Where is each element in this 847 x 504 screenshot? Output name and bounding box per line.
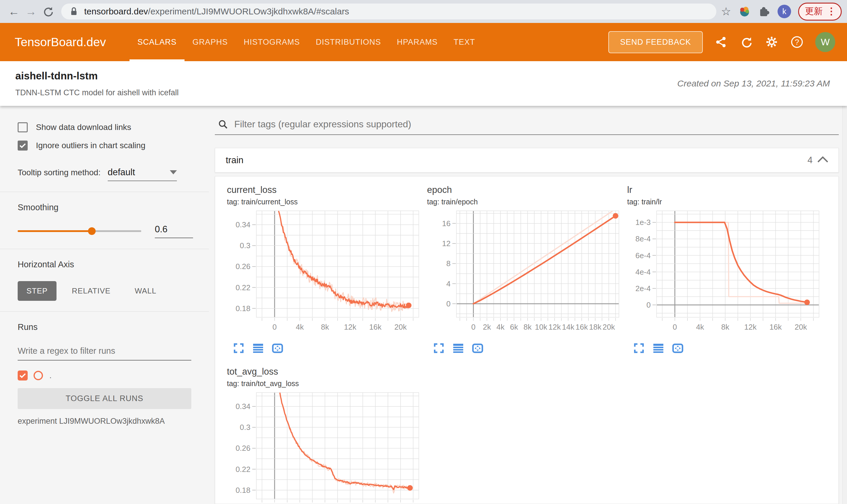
svg-text:10k: 10k: [535, 323, 548, 331]
svg-text:4e-4: 4e-4: [635, 267, 651, 276]
fullscreen-icon[interactable]: [633, 342, 645, 355]
axis-option-step[interactable]: STEP: [18, 281, 56, 301]
url-text: tensorboard.dev/experiment/LJI9MWUORLOw3…: [84, 6, 349, 16]
svg-text:0: 0: [273, 323, 277, 331]
tab-graphs[interactable]: GRAPHS: [185, 23, 236, 61]
runs-filter-input[interactable]: [18, 344, 191, 360]
run-name: .: [49, 371, 52, 380]
nav-tabs: SCALARSGRAPHSHISTOGRAMSDISTRIBUTIONSHPAR…: [129, 23, 608, 61]
svg-text:0.18: 0.18: [236, 485, 250, 494]
smoothing-value[interactable]: 0.6: [155, 224, 193, 238]
chart-title: lr: [627, 185, 822, 195]
svg-text:0.34: 0.34: [236, 402, 250, 411]
tensorboard-header: TensorBoard.dev SCALARSGRAPHSHISTOGRAMSD…: [0, 23, 847, 61]
train-section-name: train: [226, 155, 243, 165]
tab-text[interactable]: TEXT: [446, 23, 483, 61]
smoothing-slider[interactable]: [18, 230, 141, 232]
fit-to-screen-icon[interactable]: [471, 342, 484, 355]
data-table-icon[interactable]: [252, 342, 264, 355]
browser-menu-icon[interactable]: ⋮: [827, 5, 836, 17]
forward-icon[interactable]: →: [22, 3, 39, 20]
tooltip-sorting-label: Tooltip sorting method:: [18, 168, 101, 177]
svg-text:12k: 12k: [549, 323, 561, 331]
chart-plot-lr[interactable]: 04k8k12k16k20k1e-38e-46e-44e-42e-40: [627, 208, 822, 339]
chart-plot-current_loss[interactable]: 04k8k12k16k20k0.340.30.260.220.18: [227, 208, 421, 339]
train-section-header[interactable]: train 4: [215, 148, 839, 173]
svg-text:0.26: 0.26: [236, 262, 250, 271]
svg-text:4k: 4k: [296, 323, 304, 331]
svg-text:16k: 16k: [576, 323, 588, 331]
axis-option-relative[interactable]: RELATIVE: [63, 281, 120, 301]
fit-to-screen-icon[interactable]: [271, 342, 284, 355]
charts-grid: current_losstag: train/current_loss04k8k…: [227, 185, 833, 504]
svg-text:0: 0: [471, 323, 475, 331]
run-checkbox[interactable]: [18, 371, 28, 380]
ignore-outliers-checkbox[interactable]: [18, 141, 28, 150]
svg-text:0.22: 0.22: [236, 283, 250, 292]
svg-text:8: 8: [447, 259, 451, 268]
tab-histograms[interactable]: HISTOGRAMS: [236, 23, 308, 61]
train-section-count: 4: [808, 155, 813, 165]
svg-text:0: 0: [673, 323, 677, 331]
chart-plot-epoch[interactable]: 02k4k6k8k10k12k14k16k18k20k0481216: [427, 208, 621, 339]
experiment-header: aishell-tdnn-lstm TDNN-LSTM CTC model fo…: [0, 61, 847, 106]
update-label: 更新: [805, 5, 823, 17]
svg-text:0.3: 0.3: [240, 241, 250, 250]
show-download-links-checkbox[interactable]: [18, 122, 28, 132]
toggle-all-runs-button[interactable]: TOGGLE ALL RUNS: [18, 388, 191, 409]
settings-gear-icon[interactable]: [765, 35, 779, 49]
chevron-up-icon[interactable]: [817, 156, 828, 167]
svg-text:20k: 20k: [603, 323, 616, 331]
tooltip-sorting-select[interactable]: default: [108, 167, 177, 181]
page-scrollbar[interactable]: [842, 106, 847, 504]
chart-card-current_loss: current_losstag: train/current_loss04k8k…: [227, 185, 421, 355]
tab-scalars[interactable]: SCALARS: [129, 23, 185, 61]
chart-title: current_loss: [227, 185, 421, 195]
extension-colorful-icon[interactable]: [738, 5, 751, 18]
reload-icon[interactable]: [39, 3, 56, 20]
last-point-dot: [804, 299, 810, 305]
help-icon[interactable]: ?: [790, 35, 804, 49]
run-row[interactable]: .: [18, 371, 209, 380]
svg-text:12k: 12k: [344, 323, 357, 331]
chrome-update-button[interactable]: 更新 ⋮: [798, 3, 842, 21]
show-download-links-row[interactable]: Show data download links: [18, 122, 209, 132]
fullscreen-icon[interactable]: [432, 342, 445, 355]
address-bar[interactable]: tensorboard.dev/experiment/LJI9MWUORLOw3…: [61, 3, 716, 19]
send-feedback-button[interactable]: SEND FEEDBACK: [608, 31, 703, 53]
lock-icon: [69, 5, 79, 17]
user-avatar[interactable]: W: [815, 32, 835, 52]
chart-card-epoch: epochtag: train/epoch02k4k6k8k10k12k14k1…: [427, 185, 621, 355]
back-icon[interactable]: ←: [5, 3, 22, 20]
app-logo[interactable]: TensorBoard.dev: [15, 35, 106, 49]
ignore-outliers-row[interactable]: Ignore outliers in chart scaling: [18, 141, 209, 150]
data-table-icon[interactable]: [652, 342, 665, 355]
chart-tag: tag: train/tot_avg_loss: [227, 379, 421, 388]
axis-option-wall[interactable]: WALL: [126, 281, 166, 301]
chart-plot-tot_avg_loss[interactable]: 04k8k12k16k20k0.340.30.260.220.18: [227, 390, 421, 504]
tooltip-sorting-value: default: [108, 167, 135, 178]
svg-text:4: 4: [447, 279, 451, 288]
tab-hparams[interactable]: HPARAMS: [389, 23, 446, 61]
refresh-icon[interactable]: [739, 35, 754, 49]
svg-text:4k: 4k: [696, 323, 704, 331]
chart-card-lr: lrtag: train/lr04k8k12k16k20k1e-38e-46e-…: [627, 185, 822, 355]
share-icon[interactable]: [714, 35, 728, 49]
tab-distributions[interactable]: DISTRIBUTIONS: [308, 23, 389, 61]
browser-profile-avatar[interactable]: k: [778, 5, 791, 18]
data-table-icon[interactable]: [452, 342, 465, 355]
settings-sidebar: Show data download links Ignore outliers…: [0, 106, 209, 504]
fullscreen-icon[interactable]: [232, 342, 245, 355]
run-color-swatch: [34, 371, 43, 380]
fit-to-screen-icon[interactable]: [671, 342, 684, 355]
svg-text:16: 16: [442, 219, 451, 228]
experiment-description: TDNN-LSTM CTC model for aishell with ice…: [15, 88, 179, 97]
bookmark-star-icon[interactable]: ☆: [721, 5, 731, 18]
chart-actions: [432, 342, 621, 355]
svg-text:8k: 8k: [321, 323, 329, 331]
filter-tags-input[interactable]: [234, 119, 837, 130]
smoothing-slider-thumb[interactable]: [88, 227, 96, 235]
extensions-puzzle-icon[interactable]: [758, 5, 771, 18]
svg-text:6k: 6k: [510, 323, 518, 331]
show-download-links-label: Show data download links: [36, 123, 131, 132]
